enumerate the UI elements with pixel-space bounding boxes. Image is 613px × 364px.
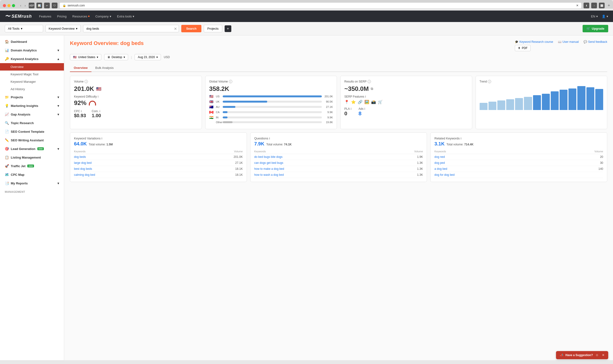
close-tab-icon[interactable]: ✕ <box>576 4 579 7</box>
tab-manage-icon[interactable]: ⬜ <box>599 3 605 8</box>
keyword-link[interactable]: dog ned <box>434 155 445 158</box>
maximize-button[interactable] <box>12 4 15 7</box>
trend-bar <box>560 90 568 110</box>
sidebar-item-marketing-insights[interactable]: 💡 Marketing Insights ▾ <box>0 101 64 110</box>
global-volume-card: Global Volume i 358.2K 🇺🇸 US 201.0K <box>205 76 337 129</box>
nav-company[interactable]: Company ▾ <box>95 14 111 19</box>
close-suggestion-button[interactable]: ✕ <box>602 353 604 357</box>
keyword-link[interactable]: dog for dog bed <box>434 173 455 177</box>
ext-btn-3[interactable]: ↩ <box>44 3 50 8</box>
share-icon[interactable]: ↑ <box>591 3 597 8</box>
keyword-link[interactable]: can dogs get bed bugs <box>254 161 283 165</box>
minimize-button[interactable] <box>7 4 11 7</box>
lang-selector[interactable]: EN ▾ <box>591 14 598 18</box>
sidebar-item-my-reports[interactable]: 📑 My Reports ▾ <box>0 179 64 187</box>
clear-search-icon[interactable]: ✕ <box>174 26 177 31</box>
sidebar-subitem-keyword-manager[interactable]: Keyword Manager <box>0 78 64 85</box>
address-bar[interactable]: 🔒 semrush.com ✕ <box>59 2 582 9</box>
currency-label: USD <box>164 55 170 59</box>
keyword-link[interactable]: best dog beds <box>74 167 92 170</box>
tab-overview[interactable]: Overview <box>70 64 91 72</box>
variations-info-icon[interactable]: i <box>101 137 102 140</box>
country-filter[interactable]: 🇺🇸 United States ▾ <box>70 54 101 60</box>
nav-resources[interactable]: Resources <box>72 14 90 19</box>
tool-selector[interactable]: All Tools ▾ <box>5 25 43 32</box>
bar-track <box>223 106 322 108</box>
logo[interactable]: 〜 SEMrush <box>5 13 32 20</box>
send-feedback-link[interactable]: 💬 Send feedback <box>584 40 607 43</box>
sidebar-subitem-keyword-magic[interactable]: Keyword Magic Tool <box>0 71 64 78</box>
close-button[interactable] <box>3 4 6 7</box>
difficulty-info-icon[interactable]: i <box>98 95 98 98</box>
pdf-button[interactable]: ⬆ PDF <box>515 45 531 51</box>
related-info-icon[interactable]: i <box>461 137 461 140</box>
global-volume-info-icon[interactable]: i <box>229 80 232 83</box>
keyword-link[interactable]: calming dog bed <box>74 173 95 177</box>
sidebar-item-cpc-map[interactable]: 🗺️ CPC Map <box>0 170 64 179</box>
keyword-link[interactable]: dog beds <box>74 155 86 158</box>
sidebar-item-gap-analysis[interactable]: 📈 Gap Analysis ▾ <box>0 110 64 119</box>
ext-btn-4[interactable]: 🛡 <box>52 3 57 8</box>
serp-info-icon[interactable]: i <box>368 80 371 83</box>
sidebar-item-lead-generation[interactable]: 🎯 Lead Generation new ▾ <box>0 144 64 153</box>
keyword-link[interactable]: a dog bed <box>434 167 447 170</box>
sidebar-subitem-overview[interactable]: Overview <box>0 63 64 71</box>
page-title: Keyword Overview: dog beds <box>70 40 144 46</box>
keyword-course-link[interactable]: 🎓 Keyword Research course <box>515 40 553 43</box>
trend-bar <box>515 98 523 110</box>
new-tab-button[interactable]: + <box>608 3 610 8</box>
volume-info-icon[interactable]: i <box>84 80 88 83</box>
sidebar-item-topic-research[interactable]: 🔍 Topic Research <box>0 119 64 127</box>
cpc-info-icon[interactable]: i <box>81 110 82 113</box>
main-layout: 🏠 Dashboard 📊 Domain Analytics ▾ 🔑 Keywo… <box>0 35 613 360</box>
copy-icon[interactable]: ⧉ <box>371 87 373 91</box>
nav-pricing[interactable]: Pricing <box>57 14 67 19</box>
upgrade-button[interactable]: 🛒 Upgrade <box>583 25 608 32</box>
search-button[interactable]: Search <box>181 25 201 32</box>
keyword-link[interactable]: how to make a dog bed <box>254 167 284 170</box>
keyword-overview-dropdown[interactable]: Keyword Overview ▾ <box>45 25 81 32</box>
forward-button[interactable]: › <box>24 3 27 8</box>
trend-bar <box>533 95 541 110</box>
keyword-link[interactable]: dog ped <box>434 161 445 165</box>
tab-bulk-analysis[interactable]: Bulk Analysis <box>91 64 118 72</box>
user-menu[interactable]: 👤 ▾ <box>602 14 608 18</box>
user-manual-link[interactable]: 📖 User manual <box>558 40 579 43</box>
questions-info-icon[interactable]: i <box>269 137 270 140</box>
table-row: large dog bed 27.1K <box>74 160 243 166</box>
projects-button[interactable]: Projects <box>204 25 222 32</box>
trend-info-icon[interactable]: i <box>488 80 491 83</box>
chevron-down-icon: ▾ <box>57 113 59 116</box>
add-project-button[interactable]: + <box>225 25 231 32</box>
sidebar-item-keyword-analytics[interactable]: 🔑 Keyword Analytics ▴ <box>0 54 64 63</box>
sidebar-item-projects[interactable]: 📁 Projects ▾ <box>0 93 64 101</box>
nav-extra-tools[interactable]: Extra tools ▾ <box>117 14 134 19</box>
suggestion-widget[interactable]: 📣 Have a Suggestion? ⊙ ✕ <box>556 351 608 359</box>
keyword-link[interactable]: large dog bed <box>74 161 91 165</box>
ext-btn-2[interactable]: 📊 <box>36 3 42 8</box>
keyword-link[interactable]: do bed bugs bite dogs <box>254 155 282 158</box>
sidebar-item-seo-writing-assistant[interactable]: ✏️ SEO Writing Assistant <box>0 136 64 144</box>
ads-info-icon[interactable]: i <box>364 107 365 110</box>
sidebar-item-listing-management[interactable]: 📋 Listing Management <box>0 153 64 162</box>
download-icon[interactable]: ⬇ <box>584 3 589 8</box>
sidebar-item-traffic-jet[interactable]: 🚀 Traffic Jet new <box>0 162 64 170</box>
sidebar-item-dashboard[interactable]: 🏠 Dashboard <box>0 37 64 46</box>
traffic-lights <box>3 4 15 7</box>
date-filter[interactable]: Aug 23, 2020 ▾ <box>135 54 161 60</box>
sidebar-subitem-ad-history[interactable]: Ad History <box>0 85 64 93</box>
lead-gen-icon: 🎯 <box>5 147 9 151</box>
serp-features-info-icon[interactable]: i <box>365 95 366 98</box>
nav-features[interactable]: Features <box>39 14 51 19</box>
ext-btn-1[interactable]: ABP <box>29 3 34 8</box>
url-text: semrush.com <box>68 4 85 7</box>
back-button[interactable]: ‹ <box>19 3 23 8</box>
search-input[interactable] <box>83 25 179 32</box>
com-info-icon[interactable]: i <box>100 110 100 113</box>
sidebar-item-seo-content-template[interactable]: 📄 SEO Content Template <box>0 127 64 136</box>
device-filter[interactable]: 🖥 Desktop ▾ <box>104 54 128 60</box>
sidebar-item-domain-analytics[interactable]: 📊 Domain Analytics ▾ <box>0 46 64 54</box>
country-row-in: 🇮🇳 IN 9.9K <box>209 116 333 119</box>
pla-info-icon[interactable]: i <box>351 107 351 110</box>
keyword-link[interactable]: how to wash a dog bed <box>254 173 284 177</box>
